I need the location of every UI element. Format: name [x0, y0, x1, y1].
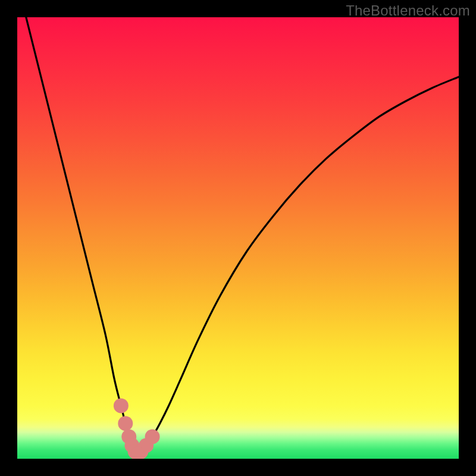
plot-area — [17, 17, 459, 459]
chart-frame: TheBottleneck.com — [0, 0, 476, 476]
curve-marker — [145, 429, 160, 444]
watermark-text: TheBottleneck.com — [346, 2, 470, 19]
marker-layer — [17, 17, 459, 459]
curve-marker — [118, 416, 133, 431]
curve-marker — [114, 398, 129, 413]
